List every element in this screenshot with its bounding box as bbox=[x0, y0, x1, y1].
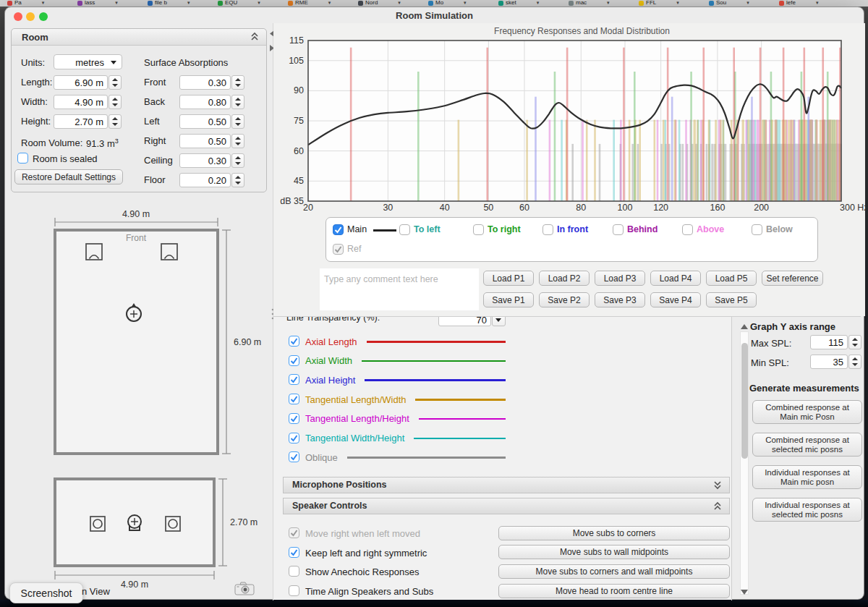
surface-3-field[interactable]: 0.50 bbox=[179, 134, 231, 148]
collapse-chevron-icon[interactable] bbox=[713, 501, 722, 512]
speaker-button-1[interactable]: Move subs to wall midpoints bbox=[498, 545, 730, 559]
transparency-field[interactable]: 70 bbox=[438, 317, 491, 326]
speaker-button-0[interactable]: Move subs to corners bbox=[498, 526, 730, 540]
screenshot-camera-button[interactable] bbox=[234, 580, 255, 596]
surface-5-stepper[interactable] bbox=[231, 173, 244, 187]
surface-1-stepper[interactable] bbox=[231, 95, 244, 109]
expand-chevron-icon[interactable] bbox=[713, 480, 722, 491]
legend-checkbox-To left[interactable] bbox=[399, 224, 410, 235]
room-dim-1-field[interactable]: 4.90 m bbox=[54, 95, 108, 109]
speaker-check-1[interactable] bbox=[289, 547, 299, 558]
units-dropdown[interactable]: metres bbox=[54, 54, 122, 69]
surface-2-stepper[interactable] bbox=[231, 114, 244, 129]
speaker-controls-header-title: Speaker Controls bbox=[292, 501, 367, 511]
room-dim-0-stepper[interactable] bbox=[109, 75, 122, 90]
legend-checkbox-Above[interactable] bbox=[682, 224, 693, 235]
surface-3-stepper[interactable] bbox=[231, 134, 244, 148]
transparency-dropdown-arrow[interactable] bbox=[492, 317, 506, 326]
plan-width-dim: 4.90 m bbox=[122, 209, 150, 219]
surface-4-field[interactable]: 0.30 bbox=[179, 153, 231, 168]
mode-toggle-6[interactable] bbox=[289, 451, 299, 462]
save-p4-button[interactable]: Save P4 bbox=[650, 292, 701, 307]
background-app-item: RME▾ bbox=[288, 0, 358, 7]
speaker-icon[interactable] bbox=[161, 244, 177, 260]
speaker-check-0[interactable] bbox=[289, 527, 299, 538]
room-dim-2-field[interactable]: 2.70 m bbox=[54, 114, 108, 129]
room-dim-1-stepper[interactable] bbox=[109, 95, 122, 109]
surface-2-field[interactable]: 0.50 bbox=[179, 114, 231, 129]
min-spl-value: 35 bbox=[833, 357, 843, 368]
speaker-check-2[interactable] bbox=[289, 566, 299, 577]
y-tick-label: 90 bbox=[294, 85, 304, 95]
surface-0-stepper[interactable] bbox=[231, 75, 244, 90]
min-spl-field[interactable]: 35 bbox=[810, 355, 848, 369]
speaker-check-3[interactable] bbox=[289, 585, 299, 596]
generate-button-2[interactable]: Individual responses atMain mic posn bbox=[752, 465, 862, 489]
comment-input[interactable]: Type any comment text here bbox=[320, 268, 479, 310]
surface-0-field[interactable]: 0.30 bbox=[179, 75, 231, 90]
mode-toggle-0[interactable] bbox=[289, 336, 299, 347]
save-p5-button[interactable]: Save P5 bbox=[706, 292, 757, 307]
clipped-view-label: n View bbox=[82, 586, 110, 597]
generate-button-0[interactable]: Combined response atMain mic Posn bbox=[752, 400, 862, 424]
check-icon bbox=[289, 414, 299, 423]
legend-line-sample bbox=[373, 229, 396, 232]
microphone-positions-header[interactable]: Microphone Positions bbox=[283, 477, 730, 493]
max-spl-field[interactable]: 115 bbox=[810, 335, 848, 349]
surface-title: Surface Absorptions bbox=[144, 57, 228, 68]
surface-1-field[interactable]: 0.80 bbox=[179, 95, 231, 109]
load-p4-button[interactable]: Load P4 bbox=[650, 271, 701, 286]
save-p2-button[interactable]: Save P2 bbox=[539, 292, 590, 307]
speaker-button-2[interactable]: Move subs to corners and wall midpoints bbox=[498, 564, 730, 579]
mode-toggle-4[interactable] bbox=[289, 413, 299, 424]
scrollbar-thumb[interactable] bbox=[741, 343, 748, 459]
front-height-dim: 2.70 m bbox=[230, 517, 258, 527]
mode-toggle-1[interactable] bbox=[289, 355, 299, 366]
legend-ref-checkbox[interactable] bbox=[333, 244, 344, 255]
room-dim-0-field[interactable]: 6.90 m bbox=[54, 75, 108, 90]
load-p1-button[interactable]: Load P1 bbox=[483, 271, 534, 286]
room-dim-2-stepper[interactable] bbox=[109, 114, 122, 129]
legend-checkbox-To right[interactable] bbox=[473, 224, 484, 235]
surface-5-field[interactable]: 0.20 bbox=[179, 173, 231, 187]
legend-checkbox-In front[interactable] bbox=[542, 224, 553, 235]
max-spl-stepper[interactable] bbox=[848, 335, 861, 349]
legend-checkbox-Behind[interactable] bbox=[613, 224, 624, 235]
titlebar[interactable]: Room Simulation bbox=[5, 7, 864, 23]
legend-checkbox-Main[interactable] bbox=[333, 224, 344, 235]
room-sealed-checkbox[interactable] bbox=[17, 153, 28, 164]
mode-toggle-2[interactable] bbox=[289, 374, 299, 385]
mode-toggle-label: Axial Width bbox=[305, 355, 352, 366]
room-dim-1-value: 4.90 m bbox=[75, 96, 103, 107]
app-label: Sou bbox=[716, 0, 726, 6]
front-width-dim: 4.90 m bbox=[121, 580, 148, 590]
background-app-item: mac▾ bbox=[569, 0, 639, 7]
chevron-down-icon: ▾ bbox=[676, 0, 679, 6]
check-icon bbox=[333, 245, 343, 254]
speaker-button-3[interactable]: Move head to room centre line bbox=[498, 584, 730, 598]
restore-defaults-button[interactable]: Restore Default Settings bbox=[14, 169, 123, 184]
min-spl-stepper[interactable] bbox=[848, 355, 861, 369]
set-reference-button[interactable]: Set reference bbox=[762, 271, 823, 286]
speaker-check-label: Keep left and right symmetric bbox=[305, 548, 427, 559]
generate-button-1[interactable]: Combined response atselected mic posns bbox=[752, 433, 862, 457]
load-p5-button[interactable]: Load P5 bbox=[706, 271, 757, 286]
save-p1-button[interactable]: Save P1 bbox=[483, 292, 534, 307]
save-p3-button[interactable]: Save P3 bbox=[595, 292, 645, 307]
scroll-down-arrow[interactable] bbox=[741, 590, 748, 595]
collapse-chevron-icon[interactable] bbox=[250, 32, 259, 42]
speaker-controls-header[interactable]: Speaker Controls bbox=[283, 498, 730, 514]
background-app-item: Mo▾ bbox=[428, 0, 498, 7]
load-p2-button[interactable]: Load P2 bbox=[539, 271, 590, 286]
scroll-up-arrow[interactable] bbox=[741, 324, 748, 329]
load-p3-button[interactable]: Load P3 bbox=[595, 271, 645, 286]
generate-button-3[interactable]: Individual responses atselected mic posn… bbox=[752, 498, 862, 522]
mode-toggle-5[interactable] bbox=[289, 433, 299, 443]
legend-checkbox-Below[interactable] bbox=[752, 224, 762, 235]
room-panel-header[interactable]: Room bbox=[12, 29, 266, 46]
speaker-icon[interactable] bbox=[86, 244, 102, 260]
mode-toggle-3[interactable] bbox=[289, 394, 299, 404]
generate-title: Generate measurements bbox=[749, 383, 859, 394]
surface-4-stepper[interactable] bbox=[231, 153, 244, 168]
check-icon bbox=[289, 548, 299, 557]
